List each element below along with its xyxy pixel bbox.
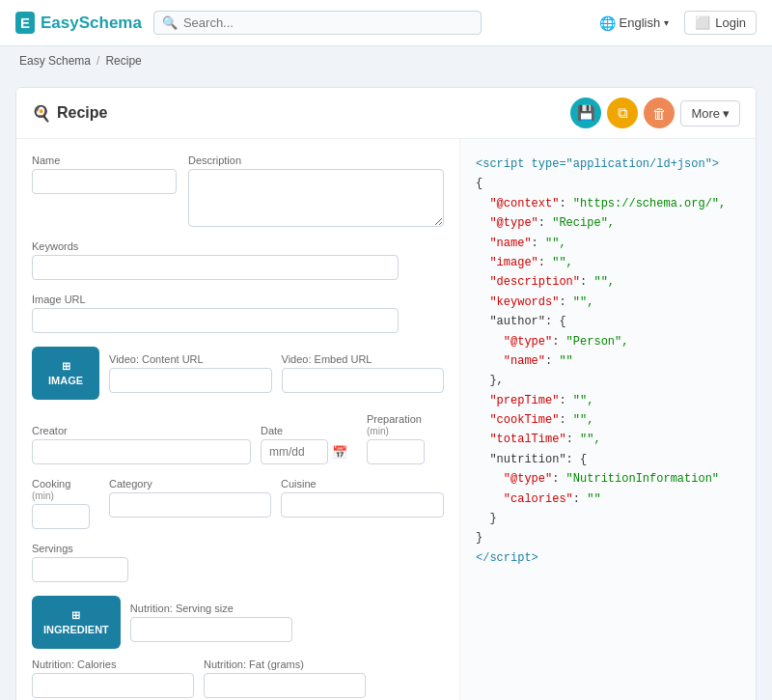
- image-btn-label: IMAGE: [48, 375, 83, 386]
- date-field: Date 📅: [261, 425, 357, 464]
- imageurl-label: Image URL: [32, 294, 444, 305]
- cooking-field: Cooking (min) 0: [32, 478, 99, 529]
- nutrition-servingsize-field: Nutrition: Serving size: [130, 602, 292, 642]
- logo-area: E EasySchema: [15, 12, 142, 34]
- chevron-down-icon: ▾: [664, 17, 669, 28]
- prep-field: Preparation (min) 0: [367, 413, 444, 464]
- more-chevron-icon: ▾: [723, 106, 730, 121]
- logo-icon: E: [15, 12, 35, 34]
- code-line: "name": "": [476, 351, 740, 371]
- toolbar-actions: 💾 ⧉ 🗑 More ▾: [570, 98, 740, 128]
- code-line: "calories": "": [476, 490, 740, 509]
- ingredient-nutrition-row: ⊞ INGREDIENT Nutrition: Serving size Nut…: [32, 596, 444, 698]
- keywords-label: Keywords: [32, 240, 444, 252]
- code-line: }: [476, 509, 740, 528]
- copy-button[interactable]: ⧉: [607, 98, 638, 128]
- category-input[interactable]: [109, 492, 271, 518]
- servings-input[interactable]: [32, 557, 128, 582]
- search-bar[interactable]: 🔍: [153, 11, 482, 35]
- keywords-input[interactable]: [32, 255, 399, 280]
- prep-label-text: Preparation: [367, 413, 422, 425]
- form-column: Name Description Keywords Image URL: [16, 139, 460, 700]
- code-display: <script type="application/ld+json">{ "@c…: [476, 154, 740, 568]
- login-label: Login: [715, 15, 746, 30]
- code-line: }: [476, 528, 740, 547]
- ingredient-button[interactable]: ⊞ INGREDIENT: [32, 596, 121, 649]
- name-label: Name: [32, 154, 177, 166]
- nutrition-calories-field: Nutrition: Calories: [32, 658, 194, 698]
- delete-button[interactable]: 🗑: [644, 98, 675, 128]
- nutrition-fat-input[interactable]: [204, 673, 366, 698]
- code-line: "image": "",: [476, 253, 740, 272]
- creator-input[interactable]: [32, 439, 251, 464]
- more-button[interactable]: More ▾: [680, 100, 740, 126]
- video-content-input[interactable]: [109, 368, 272, 393]
- header: E EasySchema 🔍 🌐 English ▾ ⬜ Login: [0, 0, 772, 46]
- cuisine-label: Cuisine: [281, 478, 444, 490]
- code-line: "name": "",: [476, 234, 740, 253]
- ingredient-btn-label: INGREDIENT: [43, 624, 109, 635]
- breadcrumb-current: Recipe: [105, 54, 141, 68]
- keywords-row: Keywords: [32, 240, 444, 280]
- cooking-input[interactable]: 0: [32, 504, 90, 529]
- imageurl-row: Image URL: [32, 294, 444, 333]
- code-line: "prepTime": "",: [476, 391, 740, 410]
- header-right: 🌐 English ▾ ⬜ Login: [599, 11, 757, 35]
- page-content: 🍳 Recipe 💾 ⧉ 🗑 More ▾ Name Descrip: [15, 87, 757, 700]
- description-label: Description: [188, 154, 444, 166]
- image-button[interactable]: ⊞ IMAGE: [32, 347, 99, 400]
- code-line: "@context": "https://schema.org/",: [476, 194, 740, 213]
- nutrition-calories-input[interactable]: [32, 673, 194, 698]
- video-content-label: Video: Content URL: [109, 353, 272, 365]
- code-line: <script type="application/ld+json">: [476, 154, 740, 174]
- video-embed-label: Video: Embed URL: [282, 353, 445, 365]
- code-line: "description": "",: [476, 272, 740, 292]
- name-input[interactable]: [32, 169, 177, 194]
- nutrition-servingsize-input[interactable]: [130, 617, 292, 642]
- search-icon: 🔍: [162, 15, 178, 30]
- cooking-sublabel: (min): [32, 490, 54, 501]
- logo-text: EasySchema: [41, 14, 142, 33]
- prep-sublabel: (min): [367, 426, 389, 436]
- breadcrumb-root[interactable]: Easy Schema: [19, 54, 91, 68]
- category-field: Category: [109, 478, 271, 518]
- imageurl-input[interactable]: [32, 308, 399, 333]
- creator-label: Creator: [32, 425, 251, 436]
- login-icon: ⬜: [695, 15, 710, 30]
- nutrition-fat-label: Nutrition: Fat (grams): [204, 658, 366, 670]
- name-field: Name: [32, 154, 177, 194]
- search-input[interactable]: [183, 15, 473, 30]
- date-input[interactable]: [261, 439, 328, 464]
- description-field: Description: [188, 154, 444, 227]
- code-line: "@type": "NutritionInformation": [476, 469, 740, 489]
- category-label: Category: [109, 478, 271, 490]
- code-line: "totalTime": "",: [476, 430, 740, 449]
- code-line: </script>: [476, 548, 740, 568]
- globe-icon: 🌐: [599, 15, 616, 31]
- description-input[interactable]: [188, 169, 444, 227]
- code-column: <script type="application/ld+json">{ "@c…: [460, 139, 756, 700]
- servings-field: Servings: [32, 543, 444, 582]
- ingredient-plus-icon: ⊞: [71, 609, 80, 622]
- code-line: "author": {: [476, 312, 740, 331]
- date-label: Date: [261, 425, 357, 436]
- breadcrumb-separator: /: [96, 54, 99, 68]
- login-button[interactable]: ⬜ Login: [684, 11, 757, 35]
- calendar-icon[interactable]: 📅: [332, 445, 347, 460]
- language-selector[interactable]: 🌐 English ▾: [599, 15, 670, 31]
- language-label: English: [620, 15, 661, 30]
- image-plus-icon: ⊞: [62, 360, 70, 373]
- code-line: },: [476, 371, 740, 390]
- video-content-field: Video: Content URL: [109, 353, 272, 393]
- video-embed-input[interactable]: [282, 368, 445, 393]
- more-label: More: [691, 106, 720, 121]
- code-line: "keywords": "",: [476, 293, 740, 312]
- code-line: {: [476, 174, 740, 193]
- code-line: "nutrition": {: [476, 450, 740, 469]
- recipe-icon: 🍳: [32, 104, 51, 123]
- creator-date-row: Creator Date 📅 Preparation (min) 0: [32, 413, 444, 464]
- imageurl-field: Image URL: [32, 294, 444, 333]
- prep-input[interactable]: 0: [367, 439, 425, 464]
- cuisine-input[interactable]: [281, 492, 444, 518]
- save-button[interactable]: 💾: [570, 98, 601, 128]
